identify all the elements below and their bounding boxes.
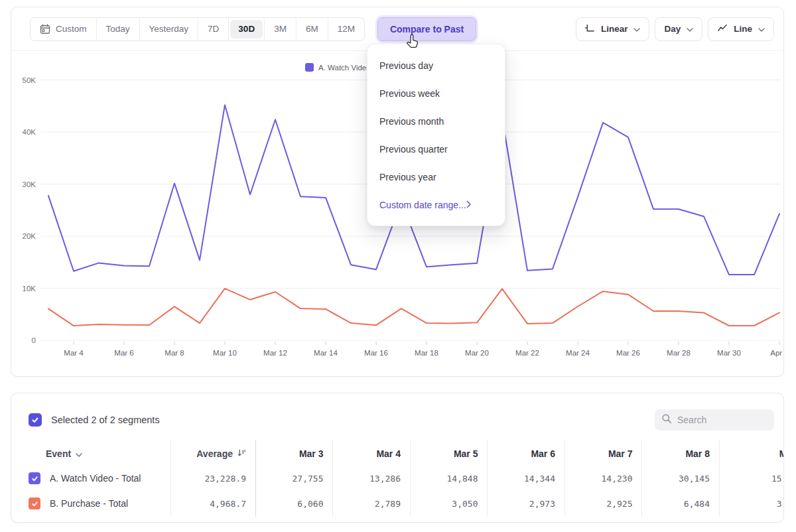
- date-column-header[interactable]: Mar 5: [410, 448, 488, 459]
- chevron-down-icon: [758, 24, 765, 34]
- select-all-checkbox[interactable]: [29, 413, 42, 427]
- range-option-3m[interactable]: 3M: [265, 18, 297, 40]
- date-column-header[interactable]: Mar 4: [333, 448, 411, 459]
- selected-count-label: Selected 2 of 2 segments: [51, 415, 160, 425]
- interval-select-button[interactable]: Day: [655, 17, 702, 41]
- date-column-header[interactable]: Mar 3: [255, 448, 333, 459]
- cell-value: 13,286: [333, 474, 411, 484]
- svg-text:Mar 4: Mar 4: [64, 349, 84, 357]
- menu-item-previous-week[interactable]: Previous week: [367, 80, 505, 107]
- menu-item-previous-year[interactable]: Previous year: [367, 163, 505, 191]
- table-row: B. Purchase - Total4,968.76,0602,7893,05…: [11, 491, 784, 516]
- column-divider: [719, 440, 720, 517]
- date-range-control: CustomTodayYesterday7D30D3M6M12M: [30, 17, 365, 41]
- column-divider: [255, 440, 256, 517]
- compare-to-past-button[interactable]: Compare to Past: [377, 17, 476, 41]
- date-column-header[interactable]: Mar 6: [488, 448, 565, 459]
- range-option-custom[interactable]: Custom: [31, 18, 97, 40]
- event-column-header[interactable]: Event: [11, 448, 170, 459]
- legend-swatch: [305, 63, 314, 72]
- svg-text:Apr 1: Apr 1: [770, 349, 785, 357]
- segment-checkbox[interactable]: [29, 472, 40, 484]
- svg-text:Mar 22: Mar 22: [515, 349, 539, 357]
- axis-scale-icon: [585, 23, 595, 35]
- menu-item-custom-date-range[interactable]: Custom date range...: [367, 191, 505, 219]
- column-divider: [332, 440, 333, 517]
- svg-text:30K: 30K: [23, 180, 36, 188]
- search-icon: [661, 413, 672, 427]
- average-value: 23,228.9: [170, 474, 255, 484]
- cell-value: 14,344: [488, 474, 565, 484]
- average-column-header[interactable]: Average: [170, 448, 255, 459]
- menu-item-previous-month[interactable]: Previous month: [367, 107, 505, 135]
- svg-text:Mar 12: Mar 12: [263, 349, 287, 357]
- date-column-header[interactable]: Mar 7: [564, 448, 642, 459]
- column-divider: [410, 440, 411, 517]
- scale-select-button[interactable]: Linear: [576, 17, 650, 41]
- cell-value: 2,789: [333, 499, 411, 509]
- chart-type-select-label: Line: [734, 24, 752, 34]
- cell-value: 2,925: [564, 499, 642, 509]
- sort-descending-icon: [237, 448, 246, 459]
- compare-to-past-menu: Previous dayPrevious weekPrevious monthP…: [367, 44, 505, 226]
- range-option-yesterday[interactable]: Yesterday: [140, 18, 199, 40]
- cell-value: 6,060: [255, 499, 333, 509]
- svg-text:50K: 50K: [23, 76, 36, 84]
- chevron-right-icon: [466, 200, 472, 210]
- column-divider: [487, 440, 488, 517]
- search-box: [655, 409, 774, 431]
- menu-item-previous-day[interactable]: Previous day: [367, 52, 505, 80]
- svg-text:Mar 18: Mar 18: [415, 349, 438, 357]
- chart-display-controls: Linear Day Line: [576, 17, 774, 41]
- segment-name: B. Purchase - Total: [50, 498, 128, 509]
- series-line: [48, 289, 779, 326]
- segment-name: A. Watch Video - Total: [50, 473, 141, 484]
- svg-text:20K: 20K: [23, 232, 36, 240]
- svg-text:0: 0: [32, 336, 36, 344]
- range-option-7d[interactable]: 7D: [198, 18, 229, 40]
- column-divider: [641, 440, 642, 517]
- range-option-30d[interactable]: 30D: [229, 18, 265, 40]
- table-header-row: Event Average Mar 3Mar 4Mar 5Mar 6Mar 7M…: [11, 442, 784, 466]
- svg-text:Mar 6: Mar 6: [114, 349, 133, 357]
- svg-text:40K: 40K: [23, 128, 36, 136]
- cell-value: 30,145: [642, 474, 720, 484]
- segments-header: Selected 2 of 2 segments: [29, 408, 774, 432]
- column-divider: [170, 440, 171, 517]
- cell-value: 6,484: [642, 499, 720, 509]
- svg-text:Mar 10: Mar 10: [213, 349, 237, 357]
- date-column-header[interactable]: Mar 8: [642, 448, 720, 459]
- date-column-header[interactable]: M: [719, 448, 784, 459]
- table-row: A. Watch Video - Total23,228.927,75513,2…: [11, 466, 784, 491]
- column-divider: [564, 440, 565, 517]
- line-chart-icon: [717, 23, 728, 35]
- range-option-today[interactable]: Today: [97, 18, 140, 40]
- menu-item-label: Custom date range...: [379, 200, 466, 210]
- range-option-12m[interactable]: 12M: [328, 18, 364, 40]
- svg-text:10K: 10K: [23, 285, 36, 293]
- cell-value: 27,755: [255, 474, 333, 484]
- segment-checkbox[interactable]: [29, 498, 40, 509]
- svg-text:Mar 24: Mar 24: [566, 349, 590, 357]
- cell-value: 2,973: [488, 499, 565, 509]
- segments-table-body: A. Watch Video - Total23,228.927,75513,2…: [11, 466, 784, 516]
- segments-panel: Selected 2 of 2 segments Event Average M…: [11, 393, 784, 523]
- cell-value: 3,: [719, 499, 784, 509]
- average-value: 4,968.7: [170, 499, 255, 509]
- svg-text:Mar 26: Mar 26: [616, 349, 640, 357]
- chart-type-select-button[interactable]: Line: [708, 17, 774, 41]
- calendar-icon: [40, 24, 50, 34]
- chevron-down-icon: [76, 448, 82, 459]
- svg-text:Mar 14: Mar 14: [314, 349, 338, 357]
- svg-text:Mar 8: Mar 8: [165, 349, 184, 357]
- cell-value: 14,230: [564, 474, 642, 484]
- svg-text:Mar 28: Mar 28: [667, 349, 691, 357]
- cell-value: 14,848: [410, 474, 488, 484]
- menu-item-previous-quarter[interactable]: Previous quarter: [367, 135, 505, 163]
- chevron-down-icon: [633, 24, 640, 34]
- interval-select-label: Day: [664, 24, 681, 34]
- cell-value: 15,: [719, 474, 784, 484]
- svg-text:Mar 16: Mar 16: [364, 349, 388, 357]
- range-option-6m[interactable]: 6M: [297, 18, 328, 40]
- search-input[interactable]: [677, 415, 763, 425]
